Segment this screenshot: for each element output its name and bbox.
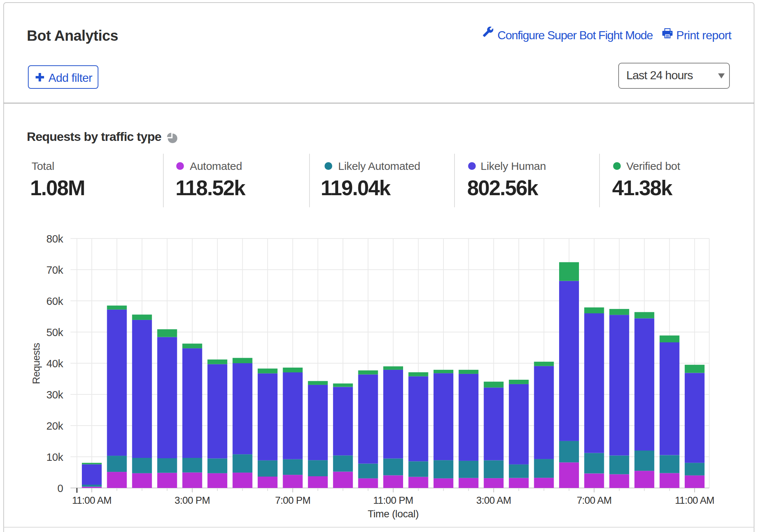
svg-text:60k: 60k (46, 295, 64, 307)
svg-text:30k: 30k (46, 389, 64, 401)
svg-text:40k: 40k (46, 358, 64, 369)
svg-text:7:00 AM: 7:00 AM (577, 495, 612, 506)
svg-text:50k: 50k (46, 327, 64, 338)
svg-text:0: 0 (57, 482, 63, 494)
svg-text:3:00 PM: 3:00 PM (175, 495, 210, 506)
svg-text:10k: 10k (46, 451, 64, 463)
svg-text:11:00 AM: 11:00 AM (72, 495, 111, 506)
svg-text:70k: 70k (46, 264, 64, 276)
svg-text:7:00 PM: 7:00 PM (275, 495, 310, 506)
svg-text:Requests: Requests (30, 343, 42, 384)
svg-text:80k: 80k (46, 233, 64, 245)
svg-text:20k: 20k (46, 420, 64, 432)
svg-text:3:00 AM: 3:00 AM (476, 495, 511, 506)
svg-text:Time (local): Time (local) (367, 508, 419, 520)
svg-text:11:00 PM: 11:00 PM (373, 495, 413, 506)
svg-text:11:00 AM: 11:00 AM (675, 495, 714, 506)
